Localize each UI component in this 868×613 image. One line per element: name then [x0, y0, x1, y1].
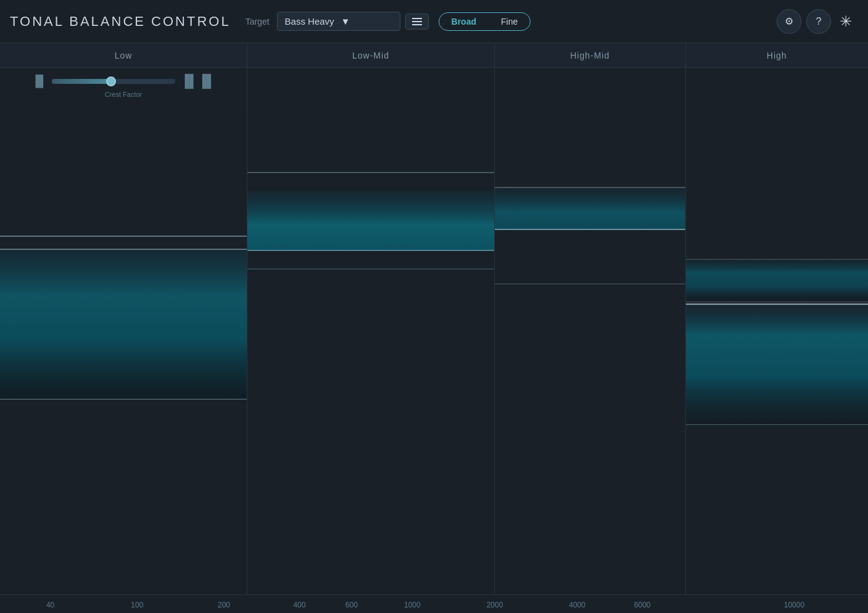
- broad-button[interactable]: Broad: [439, 13, 489, 30]
- bands-container: Low ▐▌ ▐▌▐▌ Crest Factor: [0, 43, 868, 594]
- waveform-left-icon: ▐▌: [31, 75, 48, 88]
- plugin-button[interactable]: ✳: [833, 9, 858, 34]
- highmid-band-viz: [495, 68, 685, 594]
- svg-rect-0: [0, 105, 247, 236]
- svg-rect-14: [247, 269, 494, 594]
- x-label-40: 40: [46, 601, 54, 609]
- band-lowmid-header: Low-Mid: [247, 43, 494, 68]
- app-header: TONAL BALANCE CONTROL Target Bass Heavy …: [0, 0, 868, 43]
- menu-button[interactable]: [405, 14, 429, 30]
- band-low-label: Low: [115, 51, 133, 60]
- svg-rect-6: [0, 400, 247, 594]
- x-label-400: 400: [293, 601, 305, 609]
- help-button[interactable]: ?: [806, 9, 831, 34]
- x-label-4000: 4000: [569, 601, 585, 609]
- band-high-content: [686, 68, 868, 594]
- band-high-header: High: [686, 43, 868, 68]
- band-highmid-label: High-Mid: [570, 51, 610, 60]
- svg-rect-19: [495, 230, 685, 284]
- band-low: Low ▐▌ ▐▌▐▌ Crest Factor: [0, 43, 247, 594]
- crest-label: Crest Factor: [105, 91, 143, 98]
- target-label: Target: [246, 17, 270, 27]
- band-lowmid-content: [247, 68, 494, 594]
- crest-slider-thumb[interactable]: [106, 76, 116, 86]
- settings-button[interactable]: ⚙: [777, 9, 801, 34]
- x-label-100: 100: [131, 601, 143, 609]
- svg-rect-28: [686, 305, 868, 424]
- low-band-viz: [0, 105, 247, 594]
- crest-slider-row: ▐▌ ▐▌▐▌: [31, 74, 215, 88]
- band-highmid-content: [495, 68, 685, 594]
- crest-slider-fill: [52, 79, 111, 84]
- x-label-200: 200: [218, 601, 230, 609]
- svg-rect-7: [247, 68, 494, 173]
- band-lowmid: Low-Mid: [247, 43, 495, 594]
- band-high-label: High: [767, 51, 787, 60]
- plugin-icon: ✳: [840, 13, 852, 30]
- band-highmid: High-Mid: [495, 43, 686, 594]
- high-band-viz: [686, 68, 868, 594]
- main-area: Low ▐▌ ▐▌▐▌ Crest Factor: [0, 43, 868, 613]
- svg-rect-21: [495, 284, 685, 594]
- x-label-2000: 2000: [487, 601, 503, 609]
- breadth-toggle: Broad Fine: [439, 12, 531, 31]
- band-lowmid-label: Low-Mid: [352, 51, 389, 60]
- x-label-10000: 10000: [784, 601, 804, 609]
- svg-rect-15: [495, 68, 685, 187]
- svg-rect-2: [0, 237, 247, 249]
- x-label-1000: 1000: [404, 601, 421, 609]
- dropdown-arrow-icon: ▼: [341, 16, 392, 27]
- crest-factor-area: ▐▌ ▐▌▐▌ Crest Factor: [0, 74, 247, 98]
- x-axis: 40 100 200 400 600 1000 2000 4000 6000 1…: [0, 594, 868, 613]
- svg-rect-30: [686, 425, 868, 594]
- settings-icon: ⚙: [785, 15, 793, 27]
- help-icon: ?: [816, 16, 822, 27]
- svg-rect-24: [686, 260, 868, 302]
- band-high: High: [686, 43, 868, 594]
- hamburger-icon: [412, 18, 422, 25]
- preset-dropdown[interactable]: Bass Heavy ▼: [277, 12, 400, 31]
- svg-rect-22: [686, 68, 868, 260]
- waveform-right-icon: ▐▌▐▌: [180, 74, 215, 88]
- lowmid-band-viz: [247, 68, 494, 594]
- band-highmid-header: High-Mid: [495, 43, 685, 68]
- x-label-600: 600: [345, 601, 358, 609]
- band-low-header: Low: [0, 43, 247, 68]
- app-title: TONAL BALANCE CONTROL: [10, 14, 231, 30]
- band-low-content: ▐▌ ▐▌▐▌ Crest Factor: [0, 68, 247, 594]
- x-label-6000: 6000: [634, 601, 651, 609]
- svg-rect-4: [0, 250, 247, 399]
- fine-button[interactable]: Fine: [489, 13, 530, 30]
- svg-rect-12: [247, 251, 494, 269]
- svg-rect-9: [247, 173, 494, 191]
- preset-value: Bass Heavy: [285, 16, 336, 27]
- crest-slider-track[interactable]: [52, 79, 175, 84]
